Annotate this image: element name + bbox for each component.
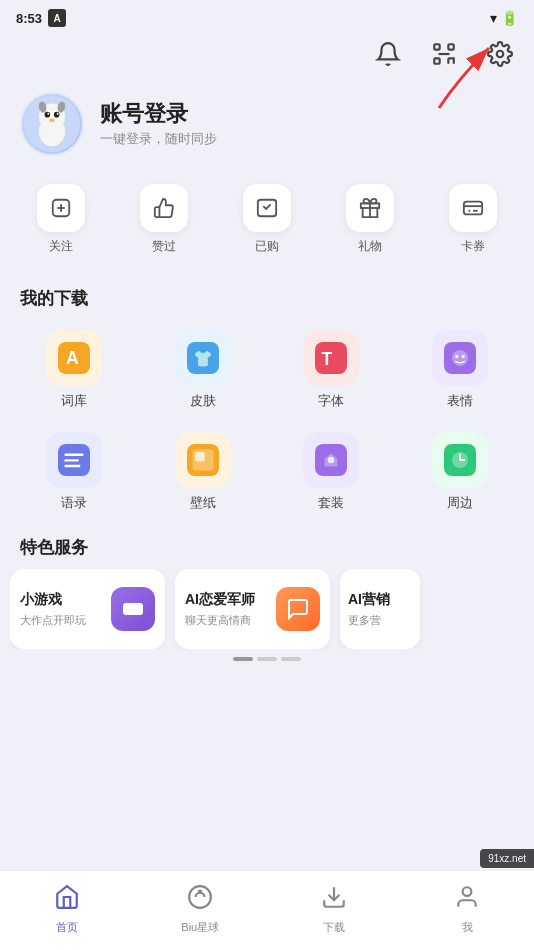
svg-text:A: A <box>66 348 79 368</box>
svg-point-53 <box>199 891 201 893</box>
svg-rect-40 <box>65 459 79 461</box>
download-label-zhoubian: 周边 <box>447 494 473 512</box>
nav-label-biu: Biu星球 <box>181 920 219 935</box>
service-card-text-ai-love: AI恋爱军师 聊天更高情商 <box>185 591 255 628</box>
nav-item-biu[interactable]: Biu星球 <box>134 876 268 935</box>
service-card-ai-love[interactable]: AI恋爱军师 聊天更高情商 <box>175 569 330 649</box>
service-partial-title: AI营销 <box>348 591 390 609</box>
svg-point-50 <box>135 606 141 612</box>
services-row: 小游戏 大作点开即玩 AI恋爱军师 聊天更高情商 AI营销 更多营 <box>10 569 524 649</box>
profile-subtitle: 一键登录，随时同步 <box>100 130 217 148</box>
download-icon-zhoubian <box>432 432 488 488</box>
svg-rect-44 <box>195 452 205 462</box>
service-card-text-xiaoyouxi: 小游戏 大作点开即玩 <box>20 591 86 628</box>
download-label-biaoqing: 表情 <box>447 392 473 410</box>
download-item-taozhuang[interactable]: 套装 <box>267 422 396 524</box>
download-item-ziti[interactable]: T 字体 <box>267 320 396 422</box>
status-time: 8:53 <box>16 11 42 26</box>
scroll-dot-2 <box>257 657 277 661</box>
download-label-ziti: 字体 <box>318 392 344 410</box>
download-icon-yulu <box>46 432 102 488</box>
quick-actions: 关注 赞过 已购 礼物 卡券 <box>0 176 534 275</box>
download-icon-taozhuang <box>303 432 359 488</box>
nav-item-home[interactable]: 首页 <box>0 876 134 935</box>
avatar <box>20 92 84 156</box>
scroll-dot-3 <box>281 657 301 661</box>
quick-action-label-liked: 赞过 <box>152 238 176 255</box>
download-grid: A 词库 👕 皮肤 T 字体 表情 语录 壁纸 套装 <box>0 320 534 524</box>
svg-point-35 <box>452 350 468 366</box>
download-icon-biaoqing <box>432 330 488 386</box>
status-bar: 8:53 A ▾ 🔋 <box>0 0 534 32</box>
quick-action-label-gift: 礼物 <box>358 238 382 255</box>
nav-icon-download <box>321 884 347 916</box>
svg-rect-39 <box>65 454 84 456</box>
service-card-sub-ai-love: 聊天更高情商 <box>185 613 255 628</box>
quick-action-icon-gift <box>346 184 394 232</box>
quick-action-liked[interactable]: 赞过 <box>113 184 216 255</box>
service-card-xiaoyouxi[interactable]: 小游戏 大作点开即玩 <box>10 569 165 649</box>
service-card-partial-ai-camp[interactable]: AI营销 更多营 <box>340 569 420 649</box>
download-icon-ciku: A <box>46 330 102 386</box>
svg-point-4 <box>497 51 504 58</box>
service-card-icon-xiaoyouxi <box>111 587 155 631</box>
svg-point-51 <box>125 606 131 612</box>
download-item-yulu[interactable]: 语录 <box>10 422 139 524</box>
quick-action-gift[interactable]: 礼物 <box>318 184 421 255</box>
download-icon-ziti: T <box>303 330 359 386</box>
service-partial-text: AI营销 更多营 <box>348 591 390 628</box>
svg-point-15 <box>49 118 55 122</box>
settings-button[interactable] <box>482 36 518 72</box>
notification-button[interactable] <box>370 36 406 72</box>
svg-point-14 <box>57 113 59 115</box>
quick-action-purchased[interactable]: 已购 <box>216 184 319 255</box>
quick-action-icon-follow <box>37 184 85 232</box>
service-card-icon-ai-love <box>276 587 320 631</box>
download-icon-bizhi <box>175 432 231 488</box>
quick-action-coupon[interactable]: 卡券 <box>421 184 524 255</box>
service-card-title-xiaoyouxi: 小游戏 <box>20 591 86 609</box>
status-left: 8:53 A <box>16 9 66 27</box>
quick-action-label-coupon: 卡券 <box>461 238 485 255</box>
download-item-bizhi[interactable]: 壁纸 <box>139 422 268 524</box>
status-right: ▾ 🔋 <box>490 10 518 26</box>
quick-action-icon-purchased <box>243 184 291 232</box>
svg-point-46 <box>328 457 334 463</box>
download-label-ciku: 词库 <box>61 392 87 410</box>
quick-action-follow[interactable]: 关注 <box>10 184 113 255</box>
profile-text: 账号登录 一键登录，随时同步 <box>100 100 217 149</box>
download-item-ciku[interactable]: A 词库 <box>10 320 139 422</box>
download-item-pifu[interactable]: 👕 皮肤 <box>139 320 268 422</box>
special-services: 小游戏 大作点开即玩 AI恋爱军师 聊天更高情商 AI营销 更多营 <box>0 569 534 669</box>
scan-button[interactable] <box>426 36 462 72</box>
scroll-dots <box>10 649 524 669</box>
battery-icon: 🔋 <box>501 10 518 26</box>
profile-section[interactable]: 账号登录 一键登录，随时同步 <box>0 80 534 176</box>
svg-point-11 <box>45 112 51 118</box>
my-downloads-title: 我的下载 <box>0 275 534 320</box>
nav-item-download[interactable]: 下载 <box>267 876 401 935</box>
svg-rect-1 <box>448 44 453 49</box>
svg-rect-2 <box>434 58 439 63</box>
download-item-zhoubian[interactable]: 周边 <box>396 422 525 524</box>
svg-text:T: T <box>322 349 333 369</box>
svg-rect-0 <box>434 44 439 49</box>
header-icons <box>0 32 534 80</box>
svg-rect-41 <box>65 465 81 467</box>
nav-icon-biu <box>187 884 213 916</box>
download-label-bizhi: 壁纸 <box>190 494 216 512</box>
service-card-title-ai-love: AI恋爱军师 <box>185 591 255 609</box>
service-card-sub-xiaoyouxi: 大作点开即玩 <box>20 613 86 628</box>
nav-item-profile[interactable]: 我 <box>401 876 535 935</box>
download-item-biaoqing[interactable]: 表情 <box>396 320 525 422</box>
status-a-icon: A <box>48 9 66 27</box>
special-services-title: 特色服务 <box>0 524 534 569</box>
nav-label-download: 下载 <box>323 920 345 935</box>
download-label-taozhuang: 套装 <box>318 494 344 512</box>
scroll-dot-1 <box>233 657 253 661</box>
bell-icon <box>375 41 401 67</box>
download-icon-pifu: 👕 <box>175 330 231 386</box>
wifi-icon: ▾ <box>490 10 497 26</box>
svg-point-37 <box>461 355 464 358</box>
service-partial-sub: 更多营 <box>348 613 390 628</box>
